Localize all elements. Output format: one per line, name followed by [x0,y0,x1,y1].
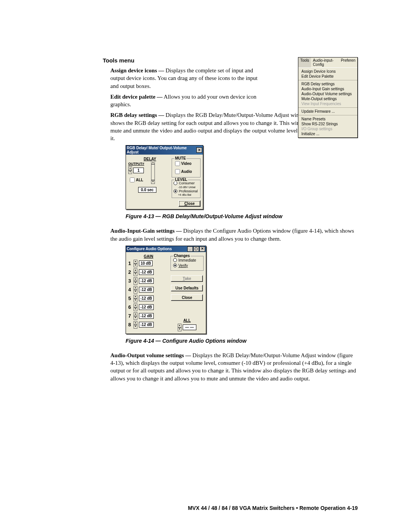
mi-io-group: I/O Group settings [298,126,357,131]
figure-4-14-caption: Figure 4-14 — Configure Audio Options wi… [126,338,358,344]
output-spinner[interactable]: ▲▼ [128,166,132,174]
output-label: OUTPUT# [128,162,151,166]
gain-value: -12 dB [139,304,154,310]
figure-4-13-caption: Figure 4-13 — RGB Delay/Mute/Output-Volu… [126,213,358,219]
consumer-sublabel: -10 dBV Unbal [178,186,199,189]
menubar-tools[interactable]: Tools [298,58,311,67]
changes-legend: Changes [173,254,191,258]
gain-row-number: 8 [128,322,134,328]
gain-row-number: 5 [128,296,134,301]
term-audio-out: Audio-Output volume settings — [110,352,191,358]
gain-row: 5▲▼-12 dB [128,295,169,302]
dlg-rgb-title: RGB Delay/ Mute/ Output-Volume Adjust [127,146,196,154]
menubar-audio[interactable]: Audio-input-Config [311,58,339,67]
mi-update-firmware[interactable]: Update Firmware ... [298,109,357,114]
close-icon[interactable]: ✕ [199,246,205,252]
mi-mute-output[interactable]: Mute-Output settings [298,96,357,101]
term-edit: Edit device palette — [110,94,162,100]
tools-menubar: Tools Audio-input-Config Preferen [298,58,357,68]
dlg-audio-title: Configure Audio Options [127,247,172,251]
menubar-pref[interactable]: Preferen [339,58,357,67]
professional-sublabel: +4 dBu Bal [178,193,199,196]
gain-value: -12 dB [139,296,154,301]
gain-row: 8▲▼-12 dB [128,321,169,329]
all-value: — — [183,324,196,330]
gain-spinner[interactable]: ▲▼ [134,268,137,276]
page-footer: MVX 44 / 48 / 84 / 88 VGA Matrix Switche… [188,505,358,511]
gain-row-number: 1 [128,260,134,266]
audio-label: Audio [181,169,192,174]
gain-spinner[interactable]: ▲▼ [134,304,137,311]
sec-value: 0.0 sec [138,187,156,193]
mi-show-rs232[interactable]: Show RS-232 Strings [298,121,357,126]
mi-rgb-delay[interactable]: RGB Delay settings [298,81,357,86]
mute-legend: MUTE [174,156,186,160]
mi-audio-output-volume[interactable]: Audio-Output Volume settings [298,91,357,96]
gain-row-number: 6 [128,304,134,310]
gain-value: 10 dB [139,260,153,266]
maximize-icon[interactable]: ▢ [193,246,199,252]
gain-spinner[interactable]: ▲▼ [134,286,137,294]
level-professional-radio[interactable]: Professional [174,189,198,193]
gain-row: 6▲▼-12 dB [128,304,169,311]
close-icon[interactable]: ✕ [196,147,202,153]
gain-row: 3▲▼-12 dB [128,277,169,285]
gain-value: -12 dB [139,313,154,319]
gain-row: 7▲▼-12 dB [128,312,169,320]
gain-value: -12 dB [139,278,154,284]
audio-close-button[interactable]: Close [171,294,203,301]
all-label: ALL [183,318,191,323]
gain-spinner[interactable]: ▲▼ [134,312,137,320]
gain-value: -12 dB [139,269,154,275]
term-assign: Assign device icons — [110,67,164,73]
delay-spinner[interactable]: ▲▼ [151,160,155,184]
gain-row-number: 7 [128,313,134,319]
mi-edit-device-palette[interactable]: Edit Device Palette [298,74,357,79]
audio-checkbox[interactable] [175,169,180,174]
gain-label: GAIN [144,254,153,259]
gain-spinner[interactable]: ▲▼ [134,260,137,267]
gain-row-number: 3 [128,278,134,284]
mi-assign-device-icons[interactable]: Assign Device Icons [298,69,357,74]
all-label: ALL [136,178,143,182]
rgb-delay-dialog: RGB Delay/ Mute/ Output-Volume Adjust ✕ … [126,145,203,209]
mi-view-input-frequencies: View Input Frequencies [298,101,357,106]
use-defaults-button[interactable]: Use Defaults [171,285,203,291]
video-checkbox[interactable] [175,161,180,166]
gain-row-number: 4 [128,287,134,292]
tools-menu-screenshot: Tools Audio-input-Config Preferen Assign… [298,57,358,138]
immediate-radio[interactable]: Immediate [173,258,196,262]
configure-audio-dialog: Configure Audio Options _ ▢ ✕ GAIN 1▲▼10… [126,246,206,334]
mi-audio-input-gain[interactable]: Audio-Input Gain settings [298,86,357,91]
output-value[interactable]: 1 [133,168,144,173]
all-checkbox[interactable] [130,177,135,182]
gain-row-number: 2 [128,269,134,275]
take-button[interactable]: Take [171,275,203,282]
close-button[interactable]: Close [178,200,201,207]
gain-spinner[interactable]: ▲▼ [134,321,137,329]
level-consumer-radio[interactable]: Consumer [174,181,195,185]
term-audio-in: Audio-Input-Gain settings — [110,228,182,234]
verify-radio[interactable]: Verify [173,264,188,268]
level-legend: LEVEL [174,177,188,182]
gain-spinner[interactable]: ▲▼ [134,295,137,302]
gain-spinner[interactable]: ▲▼ [134,277,137,285]
minimize-icon[interactable]: _ [187,246,193,252]
gain-row: 2▲▼-12 dB [128,268,169,276]
term-rgb: RGB delay settings — [110,112,164,118]
gain-value: -12 dB [139,287,154,292]
video-label: Video [181,161,191,166]
all-spinner[interactable]: ▲▼ [178,324,182,331]
gain-row: 1▲▼10 dB [128,260,169,267]
gain-row: 4▲▼-12 dB [128,286,169,294]
gain-value: -12 dB [139,322,154,328]
mi-initialize[interactable]: Initialize ... [298,131,357,136]
mi-name-presets[interactable]: Name Presets [298,117,357,121]
